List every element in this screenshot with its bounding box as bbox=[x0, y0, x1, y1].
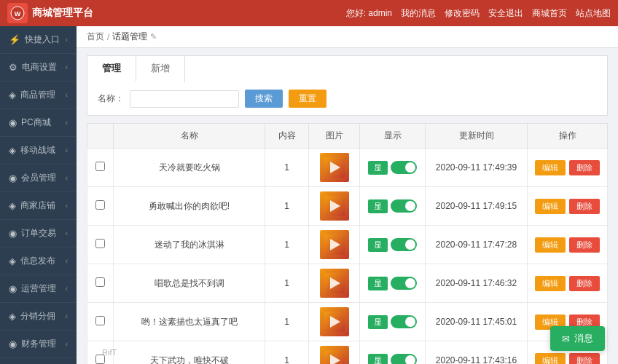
reset-button[interactable]: 重置 bbox=[289, 90, 326, 108]
toggle-knob bbox=[405, 201, 415, 211]
row-content: 1 bbox=[265, 341, 309, 365]
order-icon: ◉ bbox=[9, 228, 17, 239]
row-image bbox=[309, 226, 360, 264]
sidebar-item-member-management[interactable]: ◉ 会员管理 ‹ bbox=[0, 165, 77, 192]
row-updated: 2020-09-11 17:46:32 bbox=[426, 264, 528, 303]
toggle-knob bbox=[405, 240, 415, 250]
watermark-text: RifT bbox=[102, 348, 117, 357]
thumbnail bbox=[320, 230, 349, 259]
sidebar-item-operations[interactable]: ◉ 运营管理 ‹ bbox=[0, 275, 77, 303]
search-button[interactable]: 搜索 bbox=[245, 90, 283, 108]
chevron-icon: ‹ bbox=[66, 312, 68, 320]
row-checkbox[interactable] bbox=[95, 316, 105, 325]
mobile-icon: ◈ bbox=[9, 145, 16, 156]
row-image bbox=[309, 187, 360, 226]
row-name: 迷动了我的冰淇淋 bbox=[114, 226, 265, 264]
toggle-track[interactable] bbox=[391, 315, 417, 328]
delete-button[interactable]: 删除 bbox=[569, 199, 600, 214]
row-image bbox=[309, 264, 360, 303]
change-password-link[interactable]: 修改密码 bbox=[445, 7, 480, 20]
row-checkbox[interactable] bbox=[95, 277, 105, 287]
row-actions: 编辑 删除 bbox=[528, 187, 608, 226]
table-row: 唱歌总是找不到调1 显 2020-09-11 17:46:32 编辑 删除 bbox=[87, 264, 608, 303]
page-content: 管理 新增 名称： 搜索 重置 名称 内容 bbox=[77, 48, 618, 364]
sidebar-item-points-division[interactable]: ◈ 分销分佣 ‹ bbox=[0, 303, 77, 331]
sidebar-label-finance: 财务管理 bbox=[21, 338, 56, 350]
edit-button[interactable]: 编辑 bbox=[535, 276, 566, 291]
breadcrumb-home[interactable]: 首页 bbox=[87, 31, 104, 43]
row-checkbox[interactable] bbox=[95, 162, 105, 171]
sidebar-item-shop-store[interactable]: ◈ 商家店铺 ‹ bbox=[0, 192, 77, 220]
message-icon: ✉ bbox=[562, 333, 570, 344]
sidebar-item-info-publish[interactable]: ◈ 信息发布 ‹ bbox=[0, 248, 77, 275]
edit-button[interactable]: 编辑 bbox=[535, 237, 566, 253]
breadcrumb-separator: / bbox=[107, 32, 109, 42]
row-checkbox[interactable] bbox=[95, 239, 105, 248]
chevron-icon: ‹ bbox=[66, 340, 68, 348]
toggle-track[interactable] bbox=[391, 199, 417, 213]
message-badge[interactable]: ✉ 消息 bbox=[550, 326, 605, 351]
breadcrumb-edit-icon[interactable]: ✎ bbox=[150, 32, 157, 41]
shop-store-icon: ◈ bbox=[9, 200, 16, 211]
row-updated: 2020-09-11 17:45:01 bbox=[426, 303, 528, 341]
col-checkbox bbox=[87, 124, 114, 149]
row-actions: 编辑 删除 bbox=[528, 226, 608, 264]
sidebar-item-live-band[interactable]: ◈ 直播带货 ‹ bbox=[0, 358, 77, 364]
show-label: 显 bbox=[368, 354, 388, 365]
logo-icon: W bbox=[7, 3, 28, 23]
row-content: 1 bbox=[265, 303, 309, 341]
safe-logout-link[interactable]: 安全退出 bbox=[488, 7, 523, 20]
delete-button[interactable]: 删除 bbox=[569, 160, 600, 175]
thumbnail bbox=[320, 346, 349, 364]
thumbnail bbox=[320, 269, 349, 298]
toggle-knob bbox=[405, 355, 415, 364]
delete-button[interactable]: 删除 bbox=[569, 237, 600, 253]
edit-button[interactable]: 编辑 bbox=[535, 353, 566, 365]
breadcrumb-current: 话题管理 bbox=[112, 31, 147, 43]
sidebar-item-pc-shop[interactable]: ◉ PC商城 ‹ bbox=[0, 109, 77, 137]
toggle-track[interactable] bbox=[391, 161, 417, 174]
toggle-track[interactable] bbox=[391, 277, 417, 290]
col-content: 内容 bbox=[265, 124, 309, 149]
filter-name-input[interactable] bbox=[130, 90, 239, 108]
sidebar-item-finance[interactable]: ◉ 财务管理 ‹ bbox=[0, 331, 77, 358]
sidebar-label-mobile: 移动战域 bbox=[20, 144, 55, 157]
chevron-icon: ‹ bbox=[66, 63, 68, 71]
toggle-track[interactable] bbox=[391, 238, 417, 251]
chevron-icon: ‹ bbox=[66, 202, 68, 210]
row-show: 显 bbox=[360, 264, 426, 303]
chevron-icon: ‹ bbox=[66, 257, 68, 265]
chevron-icon: ‹ bbox=[66, 285, 68, 293]
points-icon: ◈ bbox=[9, 311, 16, 322]
toggle-knob bbox=[405, 162, 415, 173]
sidebar-label-member: 会员管理 bbox=[21, 172, 56, 184]
svg-text:W: W bbox=[15, 10, 21, 17]
edit-button[interactable]: 编辑 bbox=[535, 199, 566, 214]
delete-button[interactable]: 删除 bbox=[569, 353, 600, 365]
row-image bbox=[309, 341, 360, 365]
sidebar-item-quick-entry[interactable]: ⚡ 快捷入口 ‹ bbox=[0, 26, 77, 54]
shop-home-link[interactable]: 商城首页 bbox=[532, 7, 567, 20]
table-row: 勇敢喊出你的肉欲吧!1 显 2020-09-11 17:49:15 编辑 删除 bbox=[87, 187, 608, 226]
table-row: 天冷就要吃火锅1 显 2020-09-11 17:49:39 编辑 删除 bbox=[87, 149, 608, 187]
row-content: 1 bbox=[265, 226, 309, 264]
sidebar-item-ecommerce-settings[interactable]: ⚙ 电商设置 ‹ bbox=[0, 54, 77, 82]
row-checkbox[interactable] bbox=[95, 200, 105, 210]
sidebar-item-mobile-domain[interactable]: ◈ 移动战域 ‹ bbox=[0, 137, 77, 165]
col-image: 图片 bbox=[309, 124, 360, 149]
delete-button[interactable]: 删除 bbox=[569, 276, 600, 291]
row-updated: 2020-09-11 17:49:39 bbox=[426, 149, 528, 187]
toggle-track[interactable] bbox=[391, 354, 417, 364]
row-actions: 编辑 删除 bbox=[528, 264, 608, 303]
header: W 商城管理平台 您好: admin 我的消息 修改密码 安全退出 商城首页 站… bbox=[0, 0, 618, 26]
sidebar-label-pc-shop: PC商城 bbox=[21, 116, 51, 129]
sidebar-item-order-transaction[interactable]: ◉ 订单交易 ‹ bbox=[0, 220, 77, 248]
edit-button[interactable]: 编辑 bbox=[535, 160, 566, 175]
tab-manage[interactable]: 管理 bbox=[87, 56, 136, 82]
row-content: 1 bbox=[265, 149, 309, 187]
chevron-icon: ‹ bbox=[66, 174, 68, 182]
sidebar-item-product-management[interactable]: ◈ 商品管理 ‹ bbox=[0, 82, 77, 109]
tab-new[interactable]: 新增 bbox=[136, 56, 185, 82]
my-message-link[interactable]: 我的消息 bbox=[401, 7, 436, 20]
site-map-link[interactable]: 站点地图 bbox=[576, 7, 611, 20]
